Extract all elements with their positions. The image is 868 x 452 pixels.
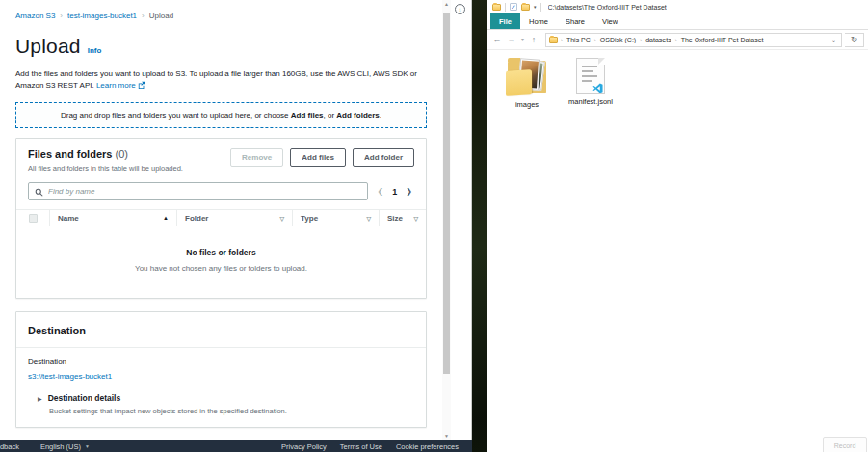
breadcrumb-separator-icon: › — [60, 12, 63, 20]
tab-share[interactable]: Share — [557, 13, 593, 29]
info-icon[interactable]: i — [455, 4, 465, 14]
jsonl-file-icon — [576, 58, 605, 94]
privacy-policy-link[interactable]: Privacy Policy — [281, 442, 327, 451]
scroll-down-icon[interactable]: ▼ — [442, 432, 451, 440]
divider — [505, 3, 506, 12]
up-icon[interactable]: ↑ — [528, 35, 539, 44]
address-segment-datasets[interactable]: datasets — [645, 37, 671, 43]
destination-details-subtitle: Bucket settings that impact new objects … — [49, 407, 414, 415]
browser-scrollbar[interactable]: ▲ ▼ — [442, 0, 451, 440]
properties-icon[interactable]: ✓ — [510, 3, 517, 11]
explorer-titlebar[interactable]: ✓ ▾ C:\datasets\The Oxford-IIIT Pet Data… — [487, 0, 868, 13]
folder-item-images[interactable]: images — [499, 56, 555, 452]
add-files-button[interactable]: Add files — [290, 148, 346, 167]
column-header-name[interactable]: Name ▲ — [49, 210, 176, 226]
tab-view[interactable]: View — [593, 13, 626, 29]
address-dropdown-icon[interactable]: ⌄ — [829, 37, 838, 43]
address-bar[interactable]: › This PC › OSDisk (C:) › datasets › The… — [545, 33, 842, 47]
sort-ascending-icon[interactable]: ▲ — [163, 215, 169, 221]
history-caret-icon[interactable]: ▼ — [520, 37, 525, 42]
column-header-folder[interactable]: Folder ▽ — [176, 210, 292, 226]
dropzone-add-folders: Add folders — [336, 111, 379, 120]
add-folder-button[interactable]: Add folder — [353, 148, 414, 167]
dropzone-text: . — [380, 111, 381, 120]
files-panel-title: Files and folders (0) — [28, 148, 183, 160]
search-icon — [35, 183, 43, 200]
tab-file[interactable]: File — [490, 13, 520, 29]
empty-state: No files or folders You have not chosen … — [16, 226, 426, 298]
chevron-icon: › — [675, 37, 677, 42]
record-button[interactable]: Record — [823, 437, 867, 452]
page-number[interactable]: 1 — [392, 187, 397, 197]
destination-details-expander: ▶ Destination details Bucket settings th… — [28, 393, 414, 415]
pagination: ❮ 1 ❯ — [378, 187, 414, 197]
description-text: Add the files and folders you want to up… — [15, 69, 417, 90]
browser-window-s3: Amazon S3 › test-images-bucket1 › Upload… — [0, 0, 472, 452]
info-link[interactable]: Info — [88, 46, 102, 55]
breadcrumb: Amazon S3 › test-images-bucket1 › Upload — [15, 12, 441, 20]
external-link-icon — [138, 81, 145, 93]
address-segment-this-pc[interactable]: This PC — [566, 37, 591, 43]
caret-down-icon: ▼ — [85, 443, 90, 449]
destination-panel: Destination Destination s3://test-images… — [15, 311, 427, 428]
page-description: Add the files and folders you want to up… — [15, 68, 424, 92]
destination-label: Destination — [28, 358, 414, 366]
destination-details-title: Destination details — [48, 393, 121, 403]
explorer-app-icon — [492, 4, 501, 11]
remove-button[interactable]: Remove — [230, 148, 283, 167]
chevron-icon: › — [561, 37, 563, 42]
file-item-manifest[interactable]: manifest.jsonl — [563, 56, 618, 452]
address-segment-osdisk[interactable]: OSDisk (C:) — [600, 37, 636, 43]
breadcrumb-bucket[interactable]: test-images-bucket1 — [67, 12, 137, 20]
select-all-checkbox[interactable] — [29, 214, 38, 223]
expand-triangle-icon: ▶ — [38, 395, 42, 402]
breadcrumb-amazon-s3[interactable]: Amazon S3 — [15, 12, 55, 20]
column-header-size[interactable]: Size ▽ — [379, 210, 426, 226]
chevron-icon: › — [594, 37, 596, 42]
page-next-icon[interactable]: ❯ — [406, 187, 412, 196]
scroll-up-icon[interactable]: ▲ — [442, 0, 451, 9]
page-title: Upload — [15, 35, 81, 58]
sort-icon[interactable]: ▽ — [279, 215, 284, 222]
sort-icon[interactable]: ▽ — [413, 215, 418, 222]
empty-state-title: No files or folders — [16, 248, 426, 257]
destination-bucket-link[interactable]: s3://test-images-bucket1 — [28, 372, 414, 381]
vscode-icon — [592, 80, 603, 91]
desktop: Amazon S3 › test-images-bucket1 › Upload… — [0, 0, 868, 452]
address-segment-current[interactable]: The Oxford-IIIT Pet Dataset — [681, 37, 764, 43]
refresh-icon[interactable]: ↻ — [845, 33, 864, 47]
files-and-folders-panel: Files and folders (0) All files and fold… — [15, 138, 427, 299]
new-folder-icon[interactable] — [521, 4, 530, 11]
breadcrumb-current: Upload — [149, 12, 173, 20]
aws-console-footer: Feedback English (US) ▼ Privacy Policy T… — [0, 440, 472, 452]
tab-home[interactable]: Home — [520, 13, 557, 29]
destination-details-toggle[interactable]: ▶ Destination details — [38, 393, 414, 403]
scrollbar-thumb[interactable] — [443, 13, 450, 374]
sort-icon[interactable]: ▽ — [366, 215, 371, 222]
folder-icon — [506, 59, 548, 97]
dropzone-text: Drag and drop files and folders you want… — [61, 111, 291, 120]
language-selector[interactable]: English (US) ▼ — [40, 442, 90, 451]
empty-state-subtitle: You have not chosen any files or folders… — [16, 264, 426, 273]
cookie-preferences-link[interactable]: Cookie preferences — [396, 442, 459, 451]
search-input[interactable] — [48, 187, 361, 196]
file-item-label: manifest.jsonl — [568, 97, 613, 106]
folder-item-label: images — [515, 100, 539, 109]
breadcrumb-separator-icon: › — [142, 12, 145, 20]
page-prev-icon[interactable]: ❮ — [378, 187, 384, 196]
explorer-file-list[interactable]: images manifest.jsonl — [487, 50, 868, 452]
quick-access-caret-icon[interactable]: ▾ — [534, 4, 537, 10]
search-box[interactable] — [28, 182, 368, 200]
file-explorer-window: ✓ ▾ C:\datasets\The Oxford-IIIT Pet Data… — [487, 0, 868, 452]
ribbon-tabs: File Home Share View — [487, 13, 868, 30]
navigation-bar: ← → ▼ ↑ › This PC › OSDisk (C:) › datase… — [487, 30, 868, 50]
column-header-type[interactable]: Type ▽ — [292, 210, 379, 226]
forward-icon[interactable]: → — [506, 35, 517, 44]
back-icon[interactable]: ← — [491, 35, 503, 44]
chevron-icon: › — [640, 37, 642, 42]
learn-more-link[interactable]: Learn more — [96, 81, 136, 90]
feedback-link[interactable]: Feedback — [0, 442, 19, 451]
drag-drop-zone[interactable]: Drag and drop files and folders you want… — [15, 102, 427, 128]
terms-of-use-link[interactable]: Terms of Use — [340, 442, 382, 451]
files-panel-subtitle: All files and folders in this table will… — [28, 164, 183, 173]
